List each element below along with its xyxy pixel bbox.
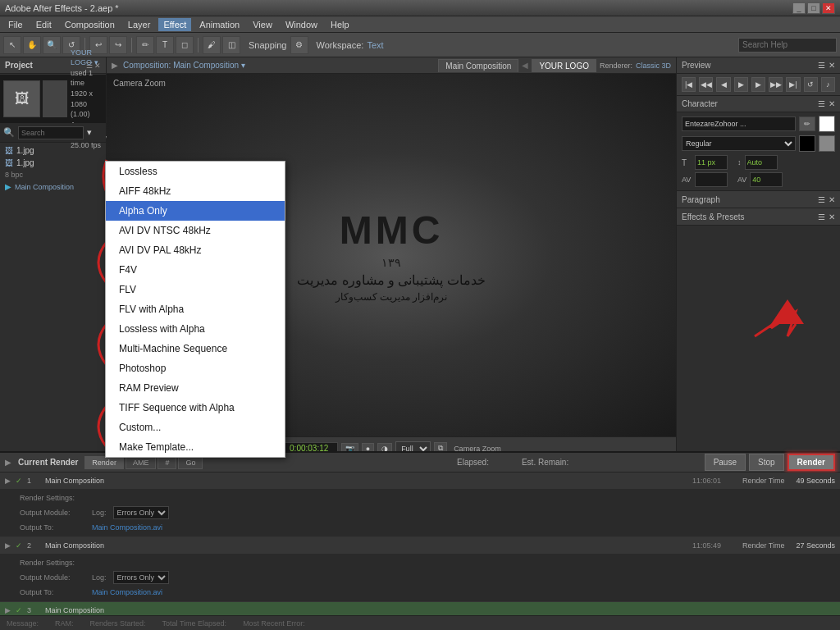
font-style-select[interactable]: Regular Bold Italic <box>682 136 796 151</box>
dropdown-item-flv-with-alpha[interactable]: FLV with Alpha <box>106 299 285 319</box>
prev-skip-end[interactable]: ▶| <box>786 77 800 92</box>
prev-next[interactable]: ▶ <box>751 77 765 92</box>
output-to-value-1[interactable]: Main Composition.avi <box>92 523 162 532</box>
prev-skip-start[interactable]: |◀ <box>682 77 696 92</box>
expand-1[interactable]: ▶ <box>5 477 11 485</box>
char-close-icon[interactable]: ✕ <box>829 99 835 108</box>
effects-menu-icon[interactable]: ☰ <box>818 212 825 221</box>
tool-select[interactable]: ↖ <box>3 36 21 54</box>
effects-header[interactable]: Effects & Presets ☰ ✕ <box>677 208 840 225</box>
dropdown-item-f4v[interactable]: F4V <box>106 260 285 280</box>
minimize-button[interactable]: _ <box>792 2 806 14</box>
prev-loop[interactable]: ↺ <box>804 77 818 92</box>
dropdown-item-alpha-only[interactable]: Alpha Only <box>106 201 285 221</box>
elapsed-label: Elapsed: <box>457 458 489 467</box>
project-item-comp[interactable]: ▶ Main Composition <box>2 180 104 193</box>
render-item-2: ▶ ✓ 2 Main Composition 11:05:49 Render T… <box>0 537 840 602</box>
preview-menu-icon[interactable]: ☰ <box>818 61 825 70</box>
output-to-value-2[interactable]: Main Composition.avi <box>92 588 162 596</box>
tool-brush[interactable]: 🖌 <box>203 36 221 54</box>
maximize-button[interactable]: □ <box>807 2 820 14</box>
dropdown-item-lossless[interactable]: Lossless <box>106 162 285 181</box>
project-item-jpg2[interactable]: 🖼 1.jpg <box>2 157 104 169</box>
project-search-input[interactable] <box>18 126 84 139</box>
menu-edit[interactable]: Edit <box>31 18 57 31</box>
render-item-2-header[interactable]: ▶ ✓ 2 Main Composition 11:05:49 Render T… <box>0 537 840 554</box>
dropdown-menu[interactable]: LosslessAIFF 48kHzAlpha OnlyAVI DV NTSC … <box>105 161 285 458</box>
output-to-label-2: Output To: <box>20 588 85 596</box>
dropdown-item-make-template...[interactable]: Make Template... <box>106 437 285 457</box>
render-info: Elapsed: Est. Remain: <box>457 458 698 467</box>
dropdown-item-ram-preview[interactable]: RAM Preview <box>106 378 285 398</box>
expand-2[interactable]: ▶ <box>5 541 11 550</box>
menu-file[interactable]: File <box>3 18 28 31</box>
comp-header-expand[interactable]: ▶ <box>112 61 118 70</box>
dropdown-item-custom...[interactable]: Custom... <box>106 418 285 437</box>
prev-back[interactable]: ◀◀ <box>699 77 713 92</box>
project-item-jpg1[interactable]: 🖼 1.jpg <box>2 144 104 157</box>
font-size-input[interactable] <box>695 155 728 170</box>
comp-header-title[interactable]: Composition: Main Composition ▾ <box>123 61 245 70</box>
tracking-input[interactable] <box>750 172 783 187</box>
tool-pen[interactable]: ✏ <box>136 36 154 54</box>
prev-play[interactable]: ▶ <box>734 77 748 92</box>
menu-composition[interactable]: Composition <box>60 18 120 31</box>
expand-3[interactable]: ▶ <box>5 606 11 614</box>
settings-label-1: Render Settings: <box>20 494 85 502</box>
effects-title: Effects & Presets <box>682 212 745 221</box>
tool-text[interactable]: T <box>156 36 174 54</box>
prev-prev[interactable]: ◀ <box>716 77 730 92</box>
menu-layer[interactable]: Layer <box>123 18 156 31</box>
dropdown-item-flv[interactable]: FLV <box>106 280 285 299</box>
tool-eraser[interactable]: ◫ <box>222 36 240 54</box>
render-item-3-header[interactable]: ▶ ✓ 3 Main Composition <box>0 602 840 615</box>
close-button[interactable]: ✕ <box>822 2 835 14</box>
dropdown-item-aiff-48khz[interactable]: AIFF 48kHz <box>106 181 285 201</box>
prev-audio[interactable]: ♪ <box>821 77 835 92</box>
tab-your-logo[interactable]: YOUR LOGO <box>532 59 596 72</box>
stop-button[interactable]: Stop <box>749 454 784 471</box>
dropdown-item-multi-machine-sequence[interactable]: Multi-Machine Sequence <box>106 339 285 358</box>
font-color-swatch-black[interactable] <box>799 135 815 152</box>
menu-animation[interactable]: Animation <box>194 18 244 31</box>
para-close-icon[interactable]: ✕ <box>829 195 835 204</box>
log-select-1[interactable]: Errors Only <box>113 506 169 519</box>
dropdown-item-photoshop[interactable]: Photoshop <box>106 358 285 378</box>
log-select-2[interactable]: Errors Only <box>113 571 169 584</box>
paragraph-header[interactable]: Paragraph ☰ ✕ <box>677 191 840 208</box>
dropdown-item-avi-dv-ntsc-48khz[interactable]: AVI DV NTSC 48kHz <box>106 221 285 240</box>
effects-close-icon[interactable]: ✕ <box>829 212 835 221</box>
menu-help[interactable]: Help <box>326 18 354 31</box>
tab-main-comp[interactable]: Main Composition <box>438 59 518 72</box>
tool-redo[interactable]: ↪ <box>109 36 127 54</box>
kern-input[interactable] <box>695 172 728 187</box>
tool-shape[interactable]: ◻ <box>176 36 194 54</box>
prev-fwd[interactable]: ▶▶ <box>769 77 783 92</box>
render-button[interactable]: Render <box>788 454 835 471</box>
pause-button[interactable]: Pause <box>705 454 746 471</box>
menu-window[interactable]: Window <box>281 18 322 31</box>
font-picker-btn[interactable]: ✏ <box>799 116 815 131</box>
snapping-toggle[interactable]: ⚙ <box>290 36 308 54</box>
search-dropdown-icon[interactable]: ▾ <box>87 127 92 138</box>
workspace-area: Workspace: Text <box>317 40 384 50</box>
font-leading-input[interactable] <box>745 155 778 170</box>
tool-zoom[interactable]: 🔍 <box>43 36 61 54</box>
checkerboard-swatch[interactable] <box>819 135 835 152</box>
font-name-input[interactable] <box>682 116 796 131</box>
dropdown-item-avi-dv-pal-48khz[interactable]: AVI DV PAL 48kHz <box>106 240 285 260</box>
char-menu-icon[interactable]: ☰ <box>818 99 825 108</box>
dropdown-item-tiff-sequence-with-alpha[interactable]: TIFF Sequence with Alpha <box>106 398 285 418</box>
expand-icon[interactable]: ▶ <box>5 458 11 467</box>
dropdown-item-lossless-with-alpha[interactable]: Lossless with Alpha <box>106 319 285 339</box>
window-controls[interactable]: _ □ ✕ <box>792 2 835 14</box>
preview-close-icon[interactable]: ✕ <box>829 61 835 70</box>
font-color-swatch[interactable] <box>819 116 835 132</box>
menu-view[interactable]: View <box>248 18 277 31</box>
menu-effect[interactable]: Effect <box>158 18 191 31</box>
para-menu-icon[interactable]: ☰ <box>818 195 825 204</box>
comp-name-header: ▶ Composition: Main Composition ▾ Main C… <box>107 57 676 74</box>
search-input[interactable] <box>738 38 837 52</box>
render-item-1-header[interactable]: ▶ ✓ 1 Main Composition 11:06:01 Render T… <box>0 472 840 489</box>
tool-hand[interactable]: ✋ <box>23 36 41 54</box>
